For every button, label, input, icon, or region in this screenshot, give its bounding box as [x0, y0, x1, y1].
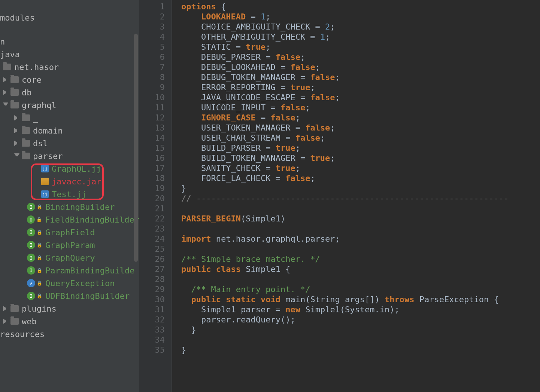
- code-area[interactable]: options { LOOKAHEAD = 1; CHOICE_AMBIGUIT…: [172, 0, 509, 392]
- code-line[interactable]: }: [181, 183, 509, 193]
- code-editor[interactable]: 1234567891011121314151617181920212223242…: [139, 0, 540, 392]
- line-number: 24: [139, 234, 165, 244]
- tree-class-udf-binding-builder[interactable]: I🔒UDFBindingBuilder: [0, 290, 139, 302]
- lock-icon: 🔒: [37, 230, 42, 235]
- code-line[interactable]: JAVA_UNICODE_ESCAPE = false;: [181, 92, 509, 102]
- tree-label: UDFBindingBuilder: [45, 291, 130, 301]
- line-number: 5: [139, 42, 165, 52]
- code-line[interactable]: // -------------------------------------…: [181, 193, 509, 203]
- code-line[interactable]: options {: [181, 1, 509, 12]
- code-line[interactable]: STATIC = true;: [181, 42, 509, 52]
- tree-item-n[interactable]: n: [0, 35, 139, 48]
- code-line[interactable]: OTHER_AMBIGUITY_CHECK = 1;: [181, 32, 509, 42]
- tree-item-core[interactable]: core: [0, 73, 139, 86]
- code-line[interactable]: IGNORE_CASE = false;: [181, 113, 509, 123]
- chevron-down-icon[interactable]: [14, 153, 19, 159]
- line-number: 26: [139, 254, 165, 264]
- tree-item-resources[interactable]: resources: [0, 328, 139, 340]
- tree-class-binding-builder[interactable]: I🔒BindingBuilder: [0, 200, 139, 213]
- tree-class-graph-param[interactable]: I🔒GraphParam: [0, 239, 139, 251]
- code-line[interactable]: [181, 224, 509, 234]
- tree-class-param-binding-builder[interactable]: I🔒ParamBindingBuilde: [0, 264, 139, 277]
- tree-item-parser[interactable]: parser: [0, 150, 139, 162]
- chevron-down-icon[interactable]: [3, 102, 8, 108]
- tree-item-java[interactable]: java: [0, 48, 139, 61]
- line-number: 8: [139, 72, 165, 82]
- code-line[interactable]: ERROR_REPORTING = true;: [181, 82, 509, 92]
- tree-label: resources: [0, 330, 45, 339]
- line-number: 1: [139, 1, 165, 12]
- code-line[interactable]: UNICODE_INPUT = false;: [181, 102, 509, 113]
- code-line[interactable]: LOOKAHEAD = 1;: [181, 12, 509, 22]
- tree-label: FieldBindingBuilder: [45, 215, 139, 224]
- code-line[interactable]: /** Main entry point. */: [181, 284, 509, 294]
- code-line[interactable]: public static void main(String args[]) t…: [181, 294, 509, 304]
- tree-item-graphql[interactable]: graphql: [0, 99, 139, 111]
- line-number: 7: [139, 62, 165, 72]
- code-line[interactable]: SANITY_CHECK = true;: [181, 163, 509, 173]
- tree-class-graph-field[interactable]: I🔒GraphField: [0, 226, 139, 239]
- tree-file-test-jj[interactable]: jjTest.jj: [0, 188, 139, 200]
- chevron-right-icon[interactable]: [14, 128, 19, 133]
- chevron-right-icon[interactable]: [3, 77, 8, 82]
- tree-label: GraphQuery: [45, 253, 95, 263]
- code-line[interactable]: Simple1 parser = new Simple1(System.in);: [181, 304, 509, 315]
- tree-class-query-exception[interactable]: ⚡🔒QueryException: [0, 277, 139, 290]
- tree-class-field-binding-builder[interactable]: I🔒FieldBindingBuilder: [0, 213, 139, 226]
- line-number: 25: [139, 244, 165, 254]
- folder-icon: [10, 76, 19, 83]
- scrollbar-thumb[interactable]: [134, 34, 138, 262]
- code-line[interactable]: import net.hasor.graphql.parser;: [181, 234, 509, 244]
- code-line[interactable]: [181, 203, 509, 214]
- interface-icon: I: [27, 292, 35, 300]
- code-line[interactable]: /** Simple brace matcher. */: [181, 254, 509, 264]
- chevron-right-icon[interactable]: [3, 319, 8, 324]
- code-line[interactable]: }: [181, 345, 509, 355]
- code-line[interactable]: public class Simple1 {: [181, 264, 509, 274]
- chevron-right-icon[interactable]: [14, 115, 19, 120]
- tree-item-dsl[interactable]: dsl: [0, 137, 139, 150]
- code-line[interactable]: PARSER_BEGIN(Simple1): [181, 214, 509, 224]
- line-number: 21: [139, 203, 165, 214]
- line-number: 6: [139, 52, 165, 62]
- tree-item-underscore[interactable]: _: [0, 111, 139, 124]
- line-number: 22: [139, 214, 165, 224]
- tree-item-web[interactable]: web: [0, 315, 139, 328]
- tree-item-domain[interactable]: domain: [0, 124, 139, 137]
- code-line[interactable]: FORCE_LA_CHECK = false;: [181, 173, 509, 183]
- code-line[interactable]: parser.readQuery();: [181, 315, 509, 325]
- code-line[interactable]: [181, 244, 509, 254]
- code-line[interactable]: USER_CHAR_STREAM = false;: [181, 133, 509, 143]
- line-number: 3: [139, 22, 165, 32]
- line-number: 19: [139, 183, 165, 193]
- code-line[interactable]: BUILD_TOKEN_MANAGER = true;: [181, 153, 509, 163]
- chevron-right-icon[interactable]: [3, 306, 8, 311]
- lock-icon: 🔒: [36, 217, 42, 222]
- code-line[interactable]: DEBUG_TOKEN_MANAGER = false;: [181, 72, 509, 82]
- tree-file-javacc-jar[interactable]: javacc.jar: [0, 175, 139, 188]
- tree-label: _: [33, 113, 38, 123]
- line-number: 35: [139, 345, 165, 355]
- tree-file-graphql-jj[interactable]: jjGraphQL.jj: [0, 162, 139, 175]
- code-line[interactable]: DEBUG_LOOKAHEAD = false;: [181, 62, 509, 72]
- code-line[interactable]: DEBUG_PARSER = false;: [181, 52, 509, 62]
- interface-icon: I: [27, 266, 35, 275]
- tree-item-net-hasor[interactable]: net.hasor: [0, 61, 139, 73]
- code-line[interactable]: BUILD_PARSER = true;: [181, 143, 509, 153]
- tree-item-modules[interactable]: modules: [0, 11, 139, 24]
- chevron-right-icon[interactable]: [14, 141, 19, 146]
- folder-icon: [22, 140, 30, 147]
- chevron-right-icon[interactable]: [3, 90, 8, 95]
- tree-item-db[interactable]: db: [0, 86, 139, 99]
- code-line[interactable]: USER_TOKEN_MANAGER = false;: [181, 123, 509, 133]
- code-line[interactable]: [181, 274, 509, 284]
- tree-label: BindingBuilder: [45, 202, 115, 212]
- code-line[interactable]: }: [181, 325, 509, 335]
- code-line[interactable]: CHOICE_AMBIGUITY_CHECK = 2;: [181, 22, 509, 32]
- tree-class-graph-query[interactable]: I🔒GraphQuery: [0, 251, 139, 264]
- project-tree-sidebar[interactable]: modules n java net.hasor core db graphql…: [0, 0, 139, 392]
- interface-icon: I: [27, 215, 35, 224]
- code-line[interactable]: [181, 335, 509, 345]
- line-number: 14: [139, 133, 165, 143]
- tree-item-plugins[interactable]: plugins: [0, 302, 139, 315]
